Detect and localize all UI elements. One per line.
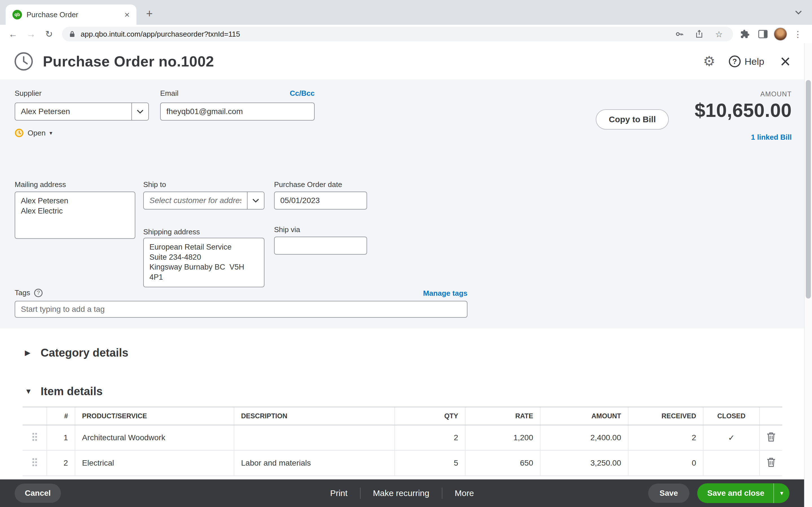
browser-window: qb Purchase Order × + ← → ↻ app.qbo.intu… xyxy=(0,0,812,507)
linked-bill-link[interactable]: 1 linked Bill xyxy=(751,133,792,142)
tab-close-icon[interactable]: × xyxy=(122,9,132,20)
url-text: app.qbo.intuit.com/app/purchaseorder?txn… xyxy=(81,30,667,39)
ship-to-label: Ship to xyxy=(143,180,166,189)
reload-icon[interactable]: ↻ xyxy=(41,25,57,43)
close-icon[interactable]: × xyxy=(780,52,791,70)
bookmark-star-icon[interactable]: ☆ xyxy=(712,27,726,41)
amount-column-header: AMOUNT xyxy=(540,407,628,425)
save-and-close-button[interactable]: Save and close ▾ xyxy=(697,483,790,503)
extensions-puzzle-icon[interactable] xyxy=(738,27,752,41)
qty-cell[interactable]: 2 xyxy=(395,425,465,450)
shipping-address-label: Shipping address xyxy=(143,228,200,236)
scrollbar-thumb[interactable] xyxy=(806,80,811,298)
received-cell[interactable]: 0 xyxy=(628,450,703,476)
description-cell[interactable]: Labor and materials xyxy=(234,450,395,476)
page-scrollbar[interactable] xyxy=(804,43,812,507)
more-button[interactable]: More xyxy=(442,489,486,498)
amount-cell[interactable]: 3,250.00 xyxy=(540,450,628,476)
supplier-label: Supplier xyxy=(15,89,42,98)
row-number: 1 xyxy=(47,425,75,450)
description-cell[interactable] xyxy=(234,425,395,450)
amount-value: $10,650.00 xyxy=(695,99,792,121)
side-panel-icon[interactable] xyxy=(756,27,770,41)
ship-via-label: Ship via xyxy=(274,225,300,234)
rate-cell[interactable]: 650 xyxy=(465,450,540,476)
closed-check-icon[interactable] xyxy=(703,450,760,476)
trash-icon[interactable] xyxy=(760,425,782,450)
po-date-label: Purchase Order date xyxy=(274,180,342,189)
quickbooks-favicon-icon: qb xyxy=(12,10,22,19)
num-column-header: # xyxy=(47,407,75,425)
forward-icon[interactable]: → xyxy=(22,25,40,43)
action-footer: Cancel Print Make recurring More Save Sa… xyxy=(0,480,804,507)
cc-bcc-link[interactable]: Cc/Bcc xyxy=(290,89,315,98)
shipping-address-textarea[interactable]: European Retail Service Suite 234-4820 K… xyxy=(143,238,264,287)
page-title: Purchase Order no.1002 xyxy=(43,53,214,70)
item-details-table: # PRODUCT/SERVICE DESCRIPTION QTY RATE A… xyxy=(22,407,782,476)
table-row: 2 Electrical Labor and materials 5 650 3… xyxy=(22,450,782,476)
closed-check-icon[interactable]: ✓ xyxy=(703,425,760,450)
collapsed-arrow-icon: ▶ xyxy=(25,348,33,357)
help-question-icon: ? xyxy=(729,55,741,67)
status-open-clock-icon xyxy=(15,128,24,137)
amount-cell[interactable]: 2,400.00 xyxy=(540,425,628,450)
new-tab-button[interactable]: + xyxy=(142,6,157,21)
status-dropdown[interactable]: Open ▾ xyxy=(15,128,52,137)
tab-strip: qb Purchase Order × + xyxy=(0,0,812,25)
browser-tab[interactable]: qb Purchase Order × xyxy=(6,4,137,25)
ship-via-input[interactable] xyxy=(274,237,367,255)
trash-icon[interactable] xyxy=(760,450,782,476)
tab-search-chevron-icon[interactable] xyxy=(795,6,802,17)
save-options-caret-icon[interactable]: ▾ xyxy=(774,483,790,503)
browser-toolbar: ← → ↻ app.qbo.intuit.com/app/purchaseord… xyxy=(0,25,812,43)
save-and-close-label[interactable]: Save and close xyxy=(697,483,773,503)
print-button[interactable]: Print xyxy=(318,489,360,498)
drag-column-header xyxy=(22,407,47,425)
page-header: Purchase Order no.1002 ⚙ ? Help × xyxy=(0,43,804,79)
chevron-down-icon[interactable] xyxy=(132,103,148,120)
supplier-select[interactable] xyxy=(15,103,149,121)
table-header-row: # PRODUCT/SERVICE DESCRIPTION QTY RATE A… xyxy=(22,407,782,425)
received-cell[interactable]: 2 xyxy=(628,425,703,450)
manage-tags-link[interactable]: Manage tags xyxy=(423,289,468,298)
row-number: 2 xyxy=(47,450,75,476)
product-cell[interactable]: Electrical xyxy=(75,450,234,476)
ship-to-select[interactable] xyxy=(143,191,264,210)
tags-input[interactable] xyxy=(15,301,467,318)
cancel-button[interactable]: Cancel xyxy=(15,484,61,503)
product-column-header: PRODUCT/SERVICE xyxy=(75,407,234,425)
product-cell[interactable]: Architectural Woodwork xyxy=(75,425,234,450)
browser-actions: ⋮ xyxy=(738,27,808,41)
mailing-address-textarea[interactable]: Alex Petersen Alex Electric xyxy=(15,191,135,239)
tags-help-icon[interactable]: ? xyxy=(34,289,43,297)
back-icon[interactable]: ← xyxy=(4,25,21,43)
qty-column-header: QTY xyxy=(395,407,465,425)
make-recurring-button[interactable]: Make recurring xyxy=(361,489,442,498)
chevron-down-icon[interactable] xyxy=(247,192,264,209)
supplier-input[interactable] xyxy=(15,103,132,120)
gear-icon[interactable]: ⚙ xyxy=(703,55,715,68)
copy-to-bill-button[interactable]: Copy to Bill xyxy=(596,109,669,129)
ship-to-input[interactable] xyxy=(144,192,247,209)
po-form-section: Supplier Email Cc/Bcc Open ▾ AMOUNT $10,… xyxy=(0,79,804,328)
drag-handle-icon[interactable] xyxy=(22,450,47,476)
help-button[interactable]: ? Help xyxy=(729,55,764,67)
received-column-header: RECEIVED xyxy=(628,407,703,425)
tab-title: Purchase Order xyxy=(27,10,117,19)
rate-cell[interactable]: 1,200 xyxy=(465,425,540,450)
share-icon[interactable] xyxy=(692,27,707,41)
url-bar[interactable]: app.qbo.intuit.com/app/purchaseorder?txn… xyxy=(62,27,733,41)
password-key-icon[interactable] xyxy=(672,27,687,41)
profile-avatar[interactable] xyxy=(774,27,787,41)
qty-cell[interactable]: 5 xyxy=(395,450,465,476)
po-date-input[interactable] xyxy=(274,191,367,210)
purchase-order-icon xyxy=(13,51,34,71)
item-details-toggle[interactable]: ▼ Item details xyxy=(25,385,812,398)
browser-menu-kebab-icon[interactable]: ⋮ xyxy=(791,27,805,41)
save-button[interactable]: Save xyxy=(648,484,689,503)
category-details-toggle[interactable]: ▶ Category details xyxy=(25,346,812,359)
tags-label: Tags xyxy=(15,288,30,297)
drag-handle-icon[interactable] xyxy=(22,425,47,450)
status-caret-icon: ▾ xyxy=(50,129,52,136)
email-input[interactable] xyxy=(160,103,315,121)
